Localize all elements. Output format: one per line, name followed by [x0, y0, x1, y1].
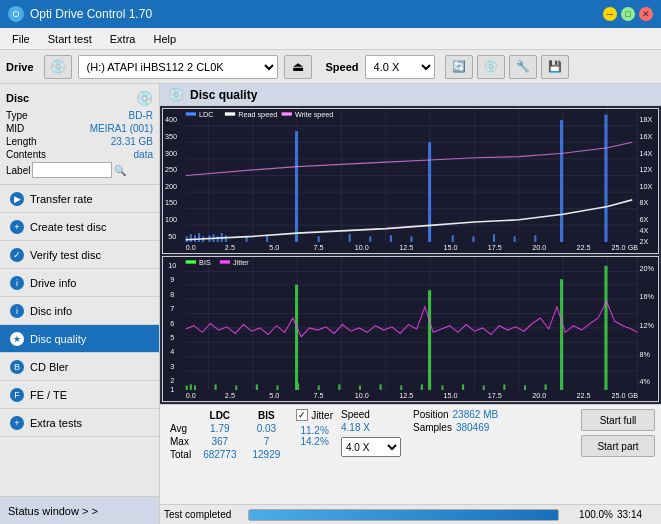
svg-rect-22: [198, 233, 200, 242]
svg-rect-104: [256, 384, 258, 390]
svg-text:18X: 18X: [639, 115, 652, 124]
svg-text:10.0: 10.0: [355, 242, 369, 251]
svg-text:20.0: 20.0: [532, 390, 546, 399]
disc-type-value: BD-R: [129, 110, 153, 121]
menu-extra[interactable]: Extra: [102, 31, 144, 47]
nav-cd-bler[interactable]: B CD Bler: [0, 353, 159, 381]
disc-mid-row: MID MEIRA1 (001): [6, 123, 153, 134]
svg-rect-123: [186, 260, 196, 263]
svg-rect-0: [163, 109, 658, 253]
svg-text:16%: 16%: [639, 292, 654, 301]
window-controls: ─ □ ✕: [603, 7, 653, 21]
svg-rect-35: [318, 236, 320, 242]
svg-rect-26: [217, 236, 219, 242]
svg-text:Read speed: Read speed: [238, 110, 277, 119]
svg-text:10: 10: [168, 261, 176, 270]
col-header-blank: [166, 409, 195, 422]
svg-rect-38: [390, 235, 392, 242]
samples-value: 380469: [456, 422, 489, 433]
svg-text:0.0: 0.0: [186, 242, 196, 251]
svg-text:7.5: 7.5: [314, 390, 324, 399]
nav-disc-quality[interactable]: ★ Disc quality: [0, 325, 159, 353]
maximize-button[interactable]: □: [621, 7, 635, 21]
start-full-button[interactable]: Start full: [581, 409, 655, 431]
avg-ldc: 1.79: [195, 422, 244, 435]
menu-start-test[interactable]: Start test: [40, 31, 100, 47]
svg-text:14X: 14X: [639, 148, 652, 157]
svg-text:50: 50: [168, 231, 176, 240]
main-layout: Disc 💿 Type BD-R MID MEIRA1 (001) Length…: [0, 84, 661, 524]
nav-extra-tests[interactable]: + Extra tests: [0, 409, 159, 437]
svg-text:350: 350: [165, 132, 177, 141]
drive-selector[interactable]: (H:) ATAPI iHBS112 2 CL0K: [78, 55, 278, 79]
start-part-button[interactable]: Start part: [581, 435, 655, 457]
svg-text:LDC: LDC: [199, 110, 214, 119]
settings-button[interactable]: 🔧: [509, 55, 537, 79]
status-window-button[interactable]: Status window > >: [0, 496, 159, 524]
jitter-checkbox[interactable]: ✓: [296, 409, 308, 421]
create-test-disc-icon: +: [10, 220, 24, 234]
svg-rect-117: [441, 385, 443, 389]
title-bar: O Opti Drive Control 1.70 ─ □ ✕: [0, 0, 661, 28]
disc-label-input[interactable]: [32, 162, 112, 178]
svg-text:250: 250: [165, 165, 177, 174]
minimize-button[interactable]: ─: [603, 7, 617, 21]
speed-dropdown[interactable]: 4.0 X: [341, 437, 401, 457]
nav-verify-test-disc[interactable]: ✓ Verify test disc: [0, 241, 159, 269]
avg-label: Avg: [166, 422, 195, 435]
close-button[interactable]: ✕: [639, 7, 653, 21]
svg-rect-115: [400, 385, 402, 389]
nav-drive-info-label: Drive info: [30, 277, 76, 289]
save-button[interactable]: 💾: [541, 55, 569, 79]
svg-text:100: 100: [165, 215, 177, 224]
nav-create-test-disc[interactable]: + Create test disc: [0, 213, 159, 241]
nav-drive-info[interactable]: i Drive info: [0, 269, 159, 297]
svg-text:17.5: 17.5: [488, 242, 502, 251]
svg-text:4X: 4X: [639, 226, 648, 235]
app-title: Opti Drive Control 1.70: [30, 7, 152, 21]
nav-disc-info[interactable]: i Disc info: [0, 297, 159, 325]
svg-rect-101: [194, 385, 196, 389]
disc-info-icon: i: [10, 304, 24, 318]
menu-help[interactable]: Help: [145, 31, 184, 47]
fe-te-icon: F: [10, 388, 24, 402]
svg-text:0.0: 0.0: [186, 390, 196, 399]
eject-button[interactable]: ⏏: [284, 55, 312, 79]
svg-rect-122: [545, 384, 547, 390]
svg-text:10.0: 10.0: [355, 390, 369, 399]
svg-rect-118: [462, 384, 464, 390]
svg-text:150: 150: [165, 198, 177, 207]
speed-selector[interactable]: 4.0 X: [365, 55, 435, 79]
ldc-chart: LDC Read speed Write speed 400 350 300 2…: [162, 108, 659, 254]
stats-table: LDC BIS Avg 1.79 0.03 Max 367: [166, 409, 288, 461]
speed-label2: Speed: [341, 409, 370, 420]
content-header: 💿 Disc quality: [160, 84, 661, 106]
svg-rect-111: [318, 385, 320, 389]
jitter-section: ✓ Jitter 11.2% 14.2%: [296, 409, 333, 447]
max-bis: 7: [245, 435, 289, 448]
disc-icon-btn[interactable]: 💿: [477, 55, 505, 79]
svg-text:15.0: 15.0: [444, 242, 458, 251]
disc-label-icon[interactable]: 🔍: [114, 165, 126, 176]
samples-label: Samples: [413, 422, 452, 433]
menu-file[interactable]: File: [4, 31, 38, 47]
svg-text:2X: 2X: [639, 237, 648, 246]
content-header-title: Disc quality: [190, 88, 257, 102]
refresh-button[interactable]: 🔄: [445, 55, 473, 79]
nav-transfer-rate[interactable]: ▶ Transfer rate: [0, 185, 159, 213]
disc-contents-label: Contents: [6, 149, 46, 160]
nav-fe-te[interactable]: F FE / TE: [0, 381, 159, 409]
svg-text:5.0: 5.0: [269, 390, 279, 399]
disc-section-title: Disc: [6, 92, 29, 104]
progress-time: 33:14: [617, 509, 657, 520]
svg-rect-34: [266, 235, 268, 242]
svg-text:9: 9: [170, 275, 174, 284]
transfer-rate-icon: ▶: [10, 192, 24, 206]
col-header-ldc: LDC: [195, 409, 244, 422]
svg-rect-99: [186, 385, 188, 389]
disc-contents-value: data: [134, 149, 153, 160]
content-area: 💿 Disc quality: [160, 84, 661, 524]
sidebar-nav: ▶ Transfer rate + Create test disc ✓ Ver…: [0, 185, 159, 496]
svg-rect-43: [514, 236, 516, 242]
position-samples: Position 23862 MB Samples 380469: [413, 409, 498, 433]
